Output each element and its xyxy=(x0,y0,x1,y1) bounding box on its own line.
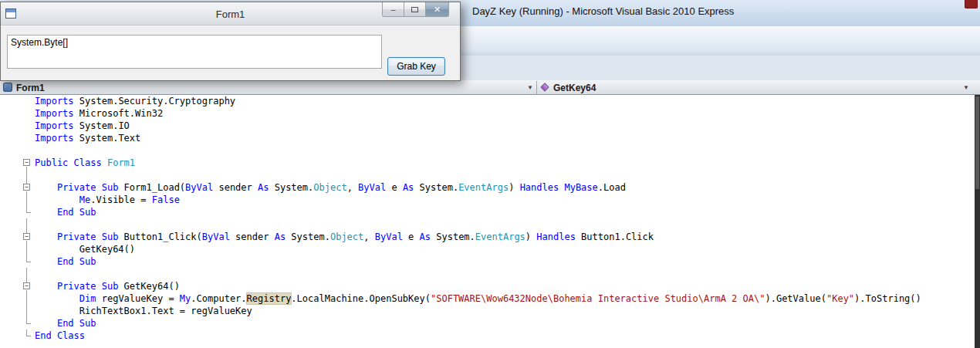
code-line[interactable]: RichTextBox1.Text = regValueKey xyxy=(0,305,921,317)
outlining-margin xyxy=(0,107,35,120)
code-text: Imports System.Text xyxy=(35,132,140,144)
code-line[interactable] xyxy=(0,144,921,157)
outlining-margin xyxy=(0,292,35,305)
code-text: End Class xyxy=(35,329,85,342)
code-text: Public Class Form1 xyxy=(35,157,135,169)
minimize-button[interactable]: – xyxy=(382,2,404,17)
code-line[interactable] xyxy=(0,169,921,181)
code-text: End Sub xyxy=(35,317,96,329)
code-line[interactable]: GetKey64() xyxy=(0,243,921,255)
outlining-margin xyxy=(0,169,35,181)
code-text: End Sub xyxy=(35,255,96,268)
outlining-margin xyxy=(0,268,35,280)
code-line[interactable]: Imports System.Text xyxy=(0,132,921,144)
key-textbox[interactable]: System.Byte[] xyxy=(7,35,382,69)
code-lines: Imports System.Security.CryptographyImpo… xyxy=(0,95,921,342)
chevron-down-icon[interactable]: ▼ xyxy=(527,84,533,91)
fold-collapse-icon[interactable]: − xyxy=(23,282,30,289)
outlining-margin xyxy=(0,255,35,268)
code-line[interactable]: Imports Microsoft.Win32 xyxy=(0,107,921,120)
code-text: End Sub xyxy=(35,206,96,218)
navbar-divider xyxy=(536,81,537,94)
outlining-margin xyxy=(0,317,35,329)
outlining-margin xyxy=(0,144,35,157)
outlining-margin xyxy=(0,329,35,342)
close-button[interactable]: ✕ xyxy=(425,2,449,17)
procedure-dropdown[interactable]: GetKey64 xyxy=(553,83,596,93)
code-line[interactable]: −Public Class Form1 xyxy=(0,157,921,169)
close-icon: ✕ xyxy=(434,5,441,15)
method-icon xyxy=(540,83,549,91)
code-text: Private Sub Button1_Click(ByVal sender A… xyxy=(35,231,654,243)
code-text: Private Sub GetKey64() xyxy=(35,280,180,292)
outlining-margin xyxy=(0,206,35,218)
vertical-scrollbar[interactable] xyxy=(975,95,980,348)
code-line[interactable]: Imports System.IO xyxy=(0,120,921,132)
outlining-margin xyxy=(0,305,35,317)
vs-close-button[interactable] xyxy=(965,0,978,8)
chevron-down-icon[interactable]: ▼ xyxy=(963,84,969,91)
code-line[interactable]: − Private Sub GetKey64() xyxy=(0,280,921,292)
code-line[interactable]: End Sub xyxy=(0,255,921,268)
fold-collapse-icon[interactable]: − xyxy=(23,233,30,240)
outlining-margin: − xyxy=(0,181,35,194)
navigation-bar: Form1 ▼ GetKey64 ▼ xyxy=(0,80,980,95)
window-buttons: – ✕ xyxy=(383,2,449,17)
code-text: Imports Microsoft.Win32 xyxy=(35,107,163,120)
code-text: Private Sub Form1_Load(ByVal sender As S… xyxy=(35,181,626,194)
code-line[interactable]: − Private Sub Form1_Load(ByVal sender As… xyxy=(0,181,921,194)
code-line[interactable]: Dim regValueKey = My.Computer.Registry.L… xyxy=(0,292,921,305)
outlining-margin xyxy=(0,95,35,107)
code-text: Me.Visible = False xyxy=(35,194,180,206)
code-text: Dim regValueKey = My.Computer.Registry.L… xyxy=(35,292,921,305)
code-line[interactable]: Imports System.Security.Cryptography xyxy=(0,95,921,107)
object-dropdown[interactable]: Form1 xyxy=(16,83,45,93)
maximize-icon xyxy=(411,7,418,12)
outlining-margin xyxy=(0,132,35,144)
code-line[interactable]: End Class xyxy=(0,329,921,342)
class-icon xyxy=(3,83,12,92)
window-title: DayZ Key (Running) - Microsoft Visual Ba… xyxy=(472,5,734,17)
outlining-margin xyxy=(0,243,35,255)
scrollbar-thumb[interactable] xyxy=(975,96,979,189)
form1-window: Form1 – ✕ System.Byte[] Grab Key xyxy=(0,2,461,81)
fold-collapse-icon[interactable]: − xyxy=(23,184,30,191)
code-line[interactable]: End Sub xyxy=(0,206,921,218)
outlining-margin xyxy=(0,194,35,206)
grab-key-button[interactable]: Grab Key xyxy=(387,57,445,76)
maximize-button[interactable] xyxy=(404,2,426,17)
outlining-margin xyxy=(0,218,35,231)
code-line[interactable] xyxy=(0,268,921,280)
code-text: RichTextBox1.Text = regValueKey xyxy=(35,305,252,317)
code-line[interactable]: Me.Visible = False xyxy=(0,194,921,206)
minimize-icon: – xyxy=(390,5,395,14)
fold-collapse-icon[interactable]: − xyxy=(23,159,30,166)
code-line[interactable]: − Private Sub Button1_Click(ByVal sender… xyxy=(0,231,921,243)
code-text: Imports System.IO xyxy=(35,120,130,132)
outlining-margin xyxy=(0,120,35,132)
code-text: Imports System.Security.Cryptography xyxy=(35,95,235,107)
code-text: GetKey64() xyxy=(35,243,135,255)
outlining-margin: − xyxy=(0,231,35,243)
outlining-margin: − xyxy=(0,280,35,292)
screen: DayZ Key (Running) - Microsoft Visual Ba… xyxy=(0,0,980,348)
code-line[interactable]: End Sub xyxy=(0,317,921,329)
form1-titlebar[interactable]: Form1 – ✕ xyxy=(1,2,460,25)
code-editor[interactable]: Imports System.Security.CryptographyImpo… xyxy=(0,95,980,348)
code-line[interactable] xyxy=(0,218,921,231)
outlining-margin: − xyxy=(0,157,35,169)
